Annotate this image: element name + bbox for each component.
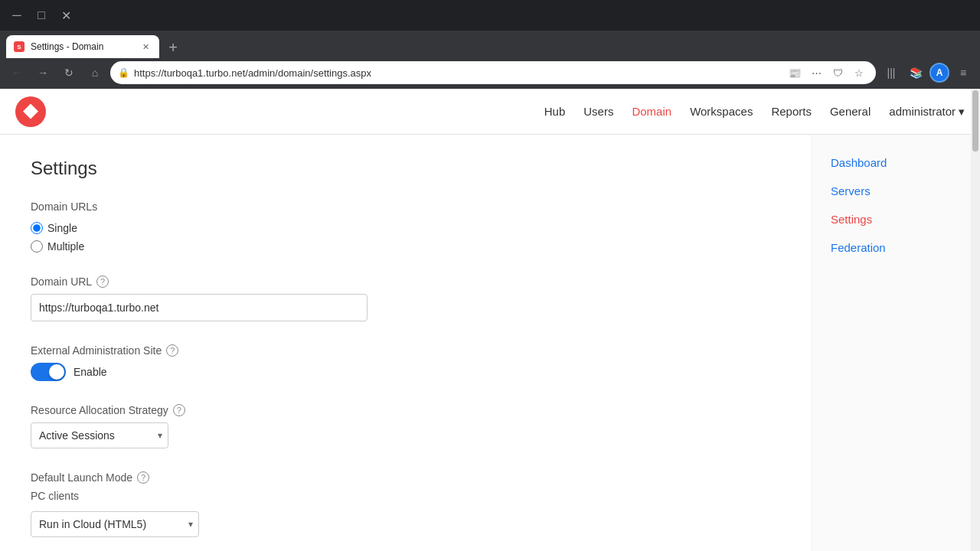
admin-chevron-icon: ▾ xyxy=(959,105,965,119)
external-admin-field-label: External Administration Site ? xyxy=(31,344,781,357)
lock-icon: 🔒 xyxy=(118,67,129,78)
nav-hub[interactable]: Hub xyxy=(544,102,566,121)
minimize-button[interactable]: ─ xyxy=(6,5,28,26)
content-area: Settings Domain URLs Single Multiple Dom… xyxy=(0,135,812,551)
shield-button[interactable]: 🛡 xyxy=(828,64,847,82)
nav-workspaces[interactable]: Workspaces xyxy=(690,102,753,121)
default-launch-section: Default Launch Mode ? PC clients Run in … xyxy=(31,471,781,537)
domain-url-section: Domain URL ? xyxy=(31,276,781,321)
sidebar: Dashboard Servers Settings Federation xyxy=(812,135,980,551)
default-launch-help-icon[interactable]: ? xyxy=(137,471,149,484)
domain-url-field-label: Domain URL ? xyxy=(31,276,781,288)
tab-bar: S Settings - Domain ✕ + xyxy=(0,31,980,58)
close-window-button[interactable]: ✕ xyxy=(55,5,77,26)
external-admin-label-text: External Administration Site xyxy=(31,344,162,357)
back-button[interactable]: ← xyxy=(6,62,28,83)
single-radio-label: Single xyxy=(47,222,77,234)
scroll-thumb[interactable] xyxy=(972,90,978,152)
logo-mark xyxy=(23,104,38,119)
nav-reports[interactable]: Reports xyxy=(771,102,812,121)
external-admin-section: External Administration Site ? Enable xyxy=(31,344,781,381)
browser-chrome: ─ □ ✕ xyxy=(0,0,980,31)
sidebar-item-settings[interactable]: Settings xyxy=(828,207,965,232)
nav-admin[interactable]: administrator ▾ xyxy=(889,105,965,119)
domain-url-input[interactable] xyxy=(31,294,368,321)
single-radio-input[interactable] xyxy=(31,222,43,234)
pc-clients-label: PC clients xyxy=(31,490,781,502)
sidebar-item-servers[interactable]: Servers xyxy=(828,178,965,204)
address-bar[interactable]: 🔒 https://turboqa1.turbo.net/admin/domai… xyxy=(110,61,876,84)
enable-label: Enable xyxy=(74,366,107,378)
resource-alloc-section: Resource Allocation Strategy ? Active Se… xyxy=(31,404,781,448)
app-logo xyxy=(15,96,46,127)
resource-alloc-select-wrapper: Active Sessions ▾ xyxy=(31,422,168,448)
page-title: Settings xyxy=(31,158,781,179)
domain-urls-section: Domain URLs Single Multiple xyxy=(31,201,781,253)
url-text: https://turboqa1.turbo.net/admin/domain/… xyxy=(134,67,781,79)
domain-urls-label: Domain URLs xyxy=(31,201,781,213)
resource-alloc-field-label: Resource Allocation Strategy ? xyxy=(31,404,781,416)
address-bar-icons: 📰 ⋯ 🛡 ☆ xyxy=(786,64,868,82)
nav-domain[interactable]: Domain xyxy=(632,102,671,121)
browser-right-icons: ||| 📚 A ≡ xyxy=(880,62,974,83)
profile-icon[interactable]: A xyxy=(929,63,949,83)
domain-url-help-icon[interactable]: ? xyxy=(96,276,109,288)
multiple-radio-label: Multiple xyxy=(47,240,84,253)
domain-url-label-text: Domain URL xyxy=(31,276,92,288)
sidebar-item-federation[interactable]: Federation xyxy=(828,235,965,260)
launch-mode-select-wrapper: Run in Cloud (HTML5) ▾ xyxy=(31,511,199,537)
single-radio-option[interactable]: Single xyxy=(31,222,781,234)
app-nav: Hub Users Domain Workspaces Reports Gene… xyxy=(544,102,965,121)
tab-close-button[interactable]: ✕ xyxy=(139,41,152,53)
extensions-button[interactable]: ||| xyxy=(880,62,902,83)
main-menu-button[interactable]: ≡ xyxy=(952,62,974,83)
forward-button[interactable]: → xyxy=(32,62,54,83)
external-admin-help-icon[interactable]: ? xyxy=(166,344,178,357)
main-container: Settings Domain URLs Single Multiple Dom… xyxy=(0,135,980,551)
external-admin-toggle[interactable] xyxy=(31,363,66,381)
launch-mode-select[interactable]: Run in Cloud (HTML5) xyxy=(31,511,199,537)
collections-button[interactable]: 📚 xyxy=(905,62,926,83)
refresh-button[interactable]: ↻ xyxy=(58,62,80,83)
reader-mode-button[interactable]: 📰 xyxy=(786,64,804,82)
resource-alloc-help-icon[interactable]: ? xyxy=(173,404,185,416)
home-button[interactable]: ⌂ xyxy=(84,62,106,83)
app-header: Hub Users Domain Workspaces Reports Gene… xyxy=(0,89,980,135)
resource-alloc-select[interactable]: Active Sessions xyxy=(31,422,168,448)
active-tab[interactable]: S Settings - Domain ✕ xyxy=(6,35,159,58)
default-launch-label-text: Default Launch Mode xyxy=(31,471,132,484)
new-tab-button[interactable]: + xyxy=(162,37,184,58)
resource-alloc-label-text: Resource Allocation Strategy xyxy=(31,404,168,416)
sidebar-item-dashboard[interactable]: Dashboard xyxy=(828,150,965,175)
address-bar-row: ← → ↻ ⌂ 🔒 https://turboqa1.turbo.net/adm… xyxy=(0,58,980,89)
external-admin-toggle-row: Enable xyxy=(31,363,781,381)
multiple-radio-option[interactable]: Multiple xyxy=(31,240,781,253)
bookmark-button[interactable]: ☆ xyxy=(850,64,868,82)
multiple-radio-input[interactable] xyxy=(31,240,43,253)
default-launch-field-label: Default Launch Mode ? xyxy=(31,471,781,484)
domain-urls-radio-group: Single Multiple xyxy=(31,222,781,253)
tab-favicon: S xyxy=(14,41,24,52)
nav-general[interactable]: General xyxy=(830,102,871,121)
tab-title: Settings - Domain xyxy=(31,41,133,52)
toggle-knob xyxy=(49,364,64,380)
scrollbar[interactable] xyxy=(971,89,980,551)
nav-users[interactable]: Users xyxy=(583,102,613,121)
maximize-button[interactable]: □ xyxy=(31,5,52,26)
window-controls: ─ □ ✕ xyxy=(6,5,77,26)
more-button[interactable]: ⋯ xyxy=(807,64,825,82)
admin-label: administrator xyxy=(889,105,956,118)
